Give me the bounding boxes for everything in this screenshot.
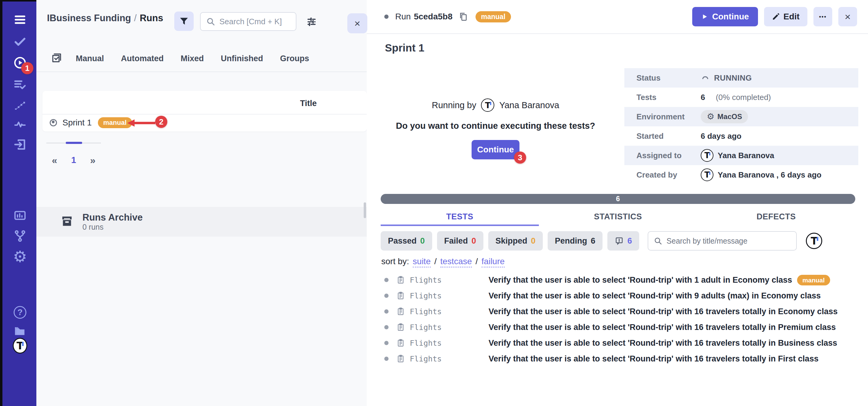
more-actions-button[interactable]: •••	[813, 7, 832, 26]
breadcrumb[interactable]: IBusiness Funding/Runs	[47, 13, 163, 24]
test-row[interactable]: Flights Verify that the user is able to …	[381, 272, 868, 288]
test-status-dot-icon	[384, 309, 389, 314]
spinner-icon	[701, 73, 710, 83]
pagination-track	[46, 143, 101, 144]
table-row[interactable]: Sprint 1 manual 2	[42, 115, 367, 131]
close-detail-button[interactable]: ×	[838, 7, 857, 26]
tests-search[interactable]	[648, 231, 797, 251]
tab-mixed[interactable]: Mixed	[181, 54, 204, 63]
run-status-dot-icon	[50, 119, 57, 126]
environment-pill[interactable]: ⚙MacOS	[701, 110, 748, 123]
breadcrumb-project[interactable]: IBusiness Funding	[47, 13, 131, 23]
run-id: 5ceda5b8	[414, 12, 453, 22]
run-details-table: Status RUNNING Tests 6 (0% completed) En…	[624, 68, 858, 185]
pagination-page-1[interactable]: 1	[71, 155, 76, 165]
runs-archive-item[interactable]: Runs Archive 0 runs	[36, 207, 367, 237]
view-settings-sliders-icon[interactable]	[304, 14, 319, 29]
detail-row-environment: Environment ⚙MacOS	[624, 107, 858, 126]
test-row[interactable]: Flights Verify that the user is able to …	[381, 319, 868, 335]
filter-skipped[interactable]: Skipped0	[488, 231, 543, 251]
tab-defects[interactable]: DEFECTS	[697, 210, 855, 226]
tab-statistics[interactable]: STATISTICS	[539, 210, 697, 226]
test-row[interactable]: Flights Verify that the user is able to …	[381, 335, 868, 351]
user-avatar: T	[481, 98, 494, 112]
sort-controls: sort by: suite / testcase / failure	[381, 256, 505, 268]
title-column-header: Title	[300, 99, 317, 108]
import-icon[interactable]	[13, 137, 27, 152]
settings-gear-icon[interactable]: ⚙	[13, 249, 27, 264]
test-status-dot-icon	[384, 293, 389, 298]
help-icon[interactable]: ?	[13, 305, 27, 320]
tab-unfinished[interactable]: Unfinished	[221, 54, 264, 63]
sort-by-testcase[interactable]: testcase	[440, 256, 472, 268]
analytics-chart-icon[interactable]	[13, 208, 27, 223]
runs-list-header: IBusiness Funding/Runs ×	[36, 0, 367, 45]
runs-list-panel: IBusiness Funding/Runs × Manu	[36, 0, 367, 406]
manual-badge: manual	[797, 275, 830, 285]
testcase-clipboard-icon	[396, 276, 405, 284]
testcase-clipboard-icon	[396, 354, 405, 363]
runs-search-input[interactable]	[219, 17, 290, 26]
panel-close-button[interactable]: ×	[347, 13, 367, 33]
app-root: 1 ⚙ ? T	[0, 0, 868, 406]
running-by-user: Yana Baranova	[499, 100, 559, 110]
select-runs-checkbox-icon[interactable]	[51, 52, 62, 65]
breadcrumb-separator: /	[131, 13, 140, 23]
filter-pending[interactable]: Pending6	[548, 231, 603, 251]
assignee-avatar-filter[interactable]: T	[806, 233, 822, 249]
funnel-icon	[179, 16, 189, 26]
pulse-activity-icon[interactable]	[13, 117, 27, 132]
user-avatar: T	[701, 168, 713, 181]
tab-tests[interactable]: TESTS	[381, 210, 539, 226]
continue-question: Do you want to continue executing these …	[396, 121, 595, 131]
sort-by-failure[interactable]: failure	[482, 256, 505, 268]
detail-row-status: Status RUNNING	[624, 68, 858, 88]
pagination-next-button[interactable]: »	[90, 155, 95, 165]
filter-passed[interactable]: Passed0	[381, 231, 432, 251]
tab-groups[interactable]: Groups	[280, 54, 309, 63]
pagination-active-indicator	[66, 142, 82, 144]
test-row[interactable]: Flights Verify that the user is able to …	[381, 304, 868, 319]
panel-scrollbar-thumb[interactable]	[364, 202, 366, 218]
pagination: « 1 »	[46, 143, 101, 165]
detail-row-assigned: Assigned to T Yana Baranova	[624, 146, 858, 165]
tests-check-icon[interactable]	[13, 34, 27, 49]
tests-list: Flights Verify that the user is able to …	[381, 272, 868, 367]
search-icon	[206, 17, 219, 26]
tab-automated[interactable]: Automated	[121, 54, 164, 63]
running-by-label: Running by	[432, 100, 476, 110]
tab-manual[interactable]: Manual	[76, 54, 104, 63]
run-name[interactable]: Sprint 1	[62, 118, 92, 128]
account-logo-icon[interactable]: T	[13, 338, 27, 353]
pencil-icon	[772, 13, 780, 21]
menu-icon[interactable]	[13, 12, 27, 27]
filter-failed[interactable]: Failed0	[437, 231, 484, 251]
run-detail-panel: Run 5ceda5b8 manual Continue Edit ••• × …	[367, 0, 868, 406]
branch-icon[interactable]	[13, 229, 27, 243]
annotation-badge-3: 3	[514, 152, 526, 164]
filter-comments[interactable]: 6	[607, 231, 639, 251]
user-avatar: T	[701, 149, 713, 162]
sort-by-suite[interactable]: suite	[413, 256, 431, 268]
copy-icon[interactable]	[459, 12, 468, 22]
breadcrumb-section: Runs	[140, 13, 163, 23]
archive-title: Runs Archive	[83, 212, 143, 223]
sort-label: sort by:	[381, 257, 409, 266]
runs-search[interactable]	[200, 12, 297, 31]
run-title: Sprint 1	[385, 42, 424, 54]
pagination-prev-button[interactable]: «	[52, 155, 57, 165]
run-progress-bar: 6	[381, 194, 855, 204]
tests-search-input[interactable]	[666, 237, 791, 245]
testcase-clipboard-icon	[396, 339, 405, 347]
milestones-steps-icon[interactable]	[13, 98, 27, 113]
edit-button[interactable]: Edit	[764, 7, 807, 26]
detail-row-tests: Tests 6 (0% completed)	[624, 88, 858, 107]
filter-button[interactable]	[174, 11, 194, 31]
continue-run-button[interactable]: Continue	[472, 140, 520, 159]
projects-folders-icon[interactable]	[13, 323, 27, 338]
continue-button[interactable]: Continue	[692, 7, 758, 26]
plans-list-check-icon[interactable]	[13, 77, 27, 92]
test-row[interactable]: Flights Verify that the user is able to …	[381, 288, 868, 304]
testcase-clipboard-icon	[396, 307, 405, 316]
test-row[interactable]: Flights Verify that the user is able to …	[381, 351, 868, 367]
